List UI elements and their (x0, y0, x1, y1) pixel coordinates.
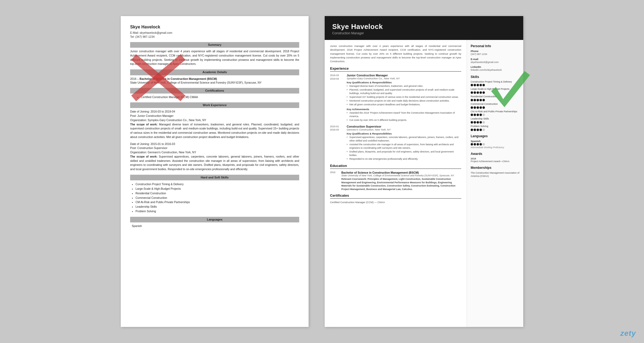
left-skill-5: CM At-Risk and Public-Private Partnershi… (136, 200, 299, 204)
skill-dot-2-4 (482, 99, 485, 101)
sidebar-skill-name-6: Problem Solving (471, 125, 519, 128)
left-job-1: Date of Joining: 2016-03 to 2019-04 Post… (130, 110, 299, 139)
right-edu-year: 2016 (330, 171, 341, 191)
skill-dot-2-0 (471, 99, 473, 101)
right-job1-qual-3: Supervised 15+ building projects of vari… (347, 95, 461, 99)
right-job-2: 2015-01 2016-03 Construction Supervisor … (330, 125, 461, 161)
right-job2-content: Construction Supervisor Gennaro's Constr… (347, 125, 461, 161)
right-job1-title: Junior Construction Manager (347, 74, 461, 77)
left-email: E-Mail: skyehavelock@gmail.com (130, 31, 299, 35)
right-job2-qual-1: Supervised apprentices, carpenters, conc… (347, 136, 461, 143)
lang-dot-0 (471, 143, 473, 146)
skill-dot-0-3 (480, 84, 482, 86)
skill-dot-1-4 (482, 91, 485, 94)
sidebar-skill-dots-5 (471, 121, 519, 124)
skill-dot-5-4 (482, 121, 485, 124)
left-cert-item: Certified Construction Manager (CCM) CMA… (141, 95, 299, 99)
left-edu-degree: Bachelor of Science in Construction Mana… (140, 77, 217, 80)
sidebar-skill-2: Residential Construction (471, 95, 519, 101)
left-job1-post: Post: Junior Construction Manager (130, 114, 299, 118)
lang-dot-1 (474, 143, 476, 146)
left-job2-scope: The scope of work: Supervised apprentice… (130, 155, 299, 172)
left-job2-org: Organization: Gennaro's Construction, Ne… (130, 150, 299, 155)
skill-dot-6-0 (471, 129, 473, 131)
sidebar-skill-name-5: Leadership Skills (471, 117, 519, 121)
left-edu-year: 2016 (130, 77, 136, 80)
skill-dot-6-2 (477, 129, 479, 131)
left-edu-school: State University of New York, College of… (130, 81, 262, 84)
left-cert-bar: Certifications (130, 88, 299, 94)
sidebar-award-year: 2018 (471, 157, 519, 160)
right-job1-content: Junior Construction Manager Symplex-Gary… (347, 74, 461, 122)
sidebar-lang-level: Intermediate Working Proficiency (471, 146, 519, 149)
left-name: Skye Havelock (130, 24, 299, 30)
right-job-1: 2016-03 2019-04 Junior Construction Mana… (330, 74, 461, 122)
left-summary-text: Junior construction manager with over 4 … (130, 49, 299, 66)
skill-dot-3-2 (477, 106, 479, 109)
right-job1-achiev-title: Key Achievements (347, 108, 461, 111)
lang-dot-2 (477, 143, 479, 146)
skill-dot-4-0 (471, 114, 473, 116)
skill-dot-1-0 (471, 91, 473, 94)
left-skills-bar: Hard and Soft Skills (130, 175, 299, 180)
sidebar-phone-value: (347) 987-1234 (471, 53, 519, 56)
sidebar-lang-name: Spanish (471, 140, 519, 143)
left-skill-7: Problem Solving (136, 209, 299, 214)
sidebar-skills-title: Skills (471, 75, 519, 79)
right-certs-title: Certificates (330, 193, 461, 199)
skill-dot-1-3 (480, 91, 482, 94)
right-job2-dates: 2015-01 2016-03 (330, 125, 347, 161)
right-job2-title: Construction Supervisor (347, 125, 461, 128)
skill-dot-0-0 (471, 84, 473, 86)
left-lang-spanish: Spanish (132, 224, 299, 228)
right-cert-item: Certified Construction Manager (CCM) — C… (330, 201, 461, 204)
left-work-bar: Work Experience (130, 102, 299, 108)
skill-dot-1-1 (474, 91, 476, 94)
skill-dot-2-1 (474, 99, 476, 101)
right-edu-entry: 2016 Bachelor of Science in Construction… (330, 171, 461, 191)
sidebar-email-value: skyehavelock@gmail.com (471, 61, 519, 64)
skill-dot-2-2 (477, 99, 479, 101)
right-job1-company: Symplex-Gary Construction Co., New York,… (347, 77, 461, 80)
right-job1-achiev-2: Cut costs by over 20% on 5 different bui… (347, 118, 461, 122)
sidebar-lang-spanish: Spanish Intermediate Working Proficiency (471, 140, 519, 149)
lang-dot-3 (480, 143, 482, 146)
left-tel: Tel: (347) 987-1234 (130, 35, 299, 39)
left-resume: Skye Havelock E-Mail: skyehavelock@gmail… (121, 16, 309, 327)
right-job2-qual-2: Assisted the construction site manager i… (347, 143, 461, 150)
right-job2-qual-4: Responded to on-site emergencies profess… (347, 157, 461, 161)
skill-dot-6-3 (480, 129, 482, 131)
sidebar-skill-1: Large-Scale & High-Budget Projects (471, 88, 519, 94)
skill-dot-1-2 (477, 91, 479, 94)
right-education-title: Education (330, 164, 461, 169)
right-sidebar: Personal Info Phone (347) 987-1234 E-mai… (467, 40, 523, 327)
sidebar-skill-dots-2 (471, 99, 519, 101)
right-job2-qual-3: Drafted plans, blueprints, and proposals… (347, 150, 461, 157)
skill-dot-5-1 (474, 121, 476, 124)
right-summary: Junior construction manager with over 4 … (330, 44, 461, 63)
right-resume: Skye Havelock Construction Manager Junio… (325, 16, 523, 327)
sidebar-skill-5: Leadership Skills (471, 117, 519, 124)
left-job-2: Date of Joining: 2015-01 to 2016-03 Post… (130, 142, 299, 172)
sidebar-personal-title: Personal Info (471, 44, 519, 48)
sidebar-linkedin-value: linkedin.com/in/skyehavelock (471, 68, 519, 72)
skill-dot-3-0 (471, 106, 473, 109)
sidebar-skills-container: Construction Project Timing & DeliveryLa… (471, 80, 519, 131)
skill-dot-3-4 (482, 106, 485, 109)
skill-dot-3-1 (474, 106, 476, 109)
skill-dot-5-2 (477, 121, 479, 124)
skill-dot-4-1 (474, 114, 476, 116)
right-job2-company: Gennaro's Construction, New York, NY (347, 128, 461, 131)
sidebar-skill-3: Commercial Construction (471, 103, 519, 109)
right-main-column: Junior construction manager with over 4 … (325, 40, 467, 327)
sidebar-skill-dots-0 (471, 84, 519, 86)
sidebar-skill-dots-3 (471, 106, 519, 109)
left-job2-post: Post: Construction Supervisor (130, 146, 299, 150)
left-skill-6: Leadership Skills (136, 204, 299, 209)
skill-dot-0-4 (482, 84, 485, 86)
sidebar-phone-label: Phone (471, 50, 519, 53)
right-job1-qual-4: Monitored construction projects on-site … (347, 99, 461, 103)
right-edu-school: State University of New York, College of… (341, 174, 461, 177)
right-job1-qual-2: Planned, coordinated, budgeted, and supe… (347, 88, 461, 95)
sidebar-skill-4: CM At-Risk and Public-Private Partnershi… (471, 110, 519, 116)
